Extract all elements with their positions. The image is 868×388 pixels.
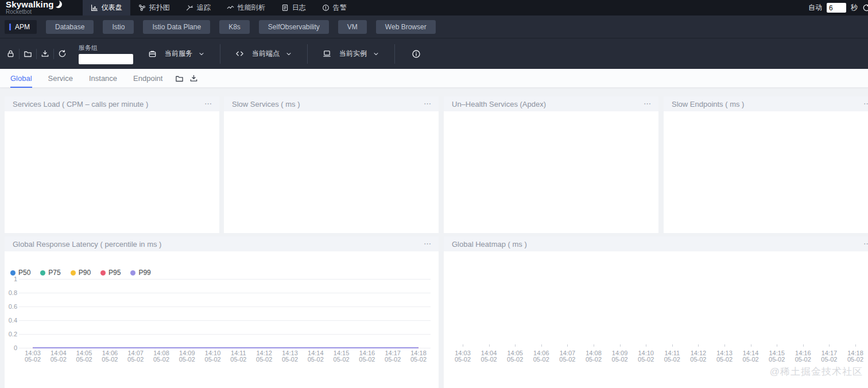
legend-label: P75	[48, 269, 60, 277]
workspace-tab-apm[interactable]: APM	[5, 20, 37, 34]
gridline	[19, 334, 431, 335]
workspace-tab-selfobservability[interactable]: SelfObservability	[259, 20, 329, 34]
top-navbar: Skywalking Rocketbot 仪表盘拓扑图追踪性能剖析日志告警 自动…	[0, 0, 868, 15]
dashboard-icon	[91, 4, 98, 11]
panel-title: Slow Services ( ms )	[232, 100, 300, 108]
folder-icon[interactable]	[20, 48, 36, 60]
panel-title: Slow Endpoints ( ms )	[672, 100, 744, 108]
legend-item-p99[interactable]: P99	[130, 269, 150, 277]
auto-refresh-controls: 自动 秒	[808, 3, 868, 13]
x-axis-tick-label: 14:0905-02	[175, 350, 200, 363]
refresh-icon[interactable]	[54, 48, 71, 60]
view-tab-service[interactable]: Service	[48, 69, 73, 88]
panel-menu-ellipsis-icon[interactable]: ⋯	[644, 101, 652, 107]
view-tab-endpoint[interactable]: Endpoint	[133, 69, 162, 88]
watermark: @稀土掘金技术社区	[770, 365, 863, 378]
auto-refresh-seconds-input[interactable]	[827, 3, 846, 13]
panel-slow-endpoints: Slow Endpoints ( ms )⋯	[664, 96, 868, 233]
skywalking-logo[interactable]: Skywalking Rocketbot	[6, 1, 62, 15]
panel-menu-ellipsis-icon[interactable]: ⋯	[863, 101, 868, 107]
info-icon[interactable]	[408, 45, 425, 63]
series-line-p99	[33, 347, 418, 348]
panel-menu-ellipsis-icon[interactable]: ⋯	[424, 241, 432, 247]
nav-item-alarm[interactable]: 告警	[314, 0, 355, 15]
panel-menu-ellipsis-icon[interactable]: ⋯	[863, 241, 868, 247]
chart-legend: P50P75P90P95P99	[10, 269, 151, 277]
selector-label: 当前实例	[339, 49, 367, 59]
panel-menu-ellipsis-icon[interactable]: ⋯	[424, 101, 432, 107]
lock-icon[interactable]	[2, 48, 19, 60]
nav-item-label: 拓扑图	[149, 3, 170, 13]
selector-service[interactable]: 当前服务	[148, 49, 205, 59]
panel-header: Global Heatmap ( ms )⋯	[444, 236, 868, 251]
nav-item-dashboard[interactable]: 仪表盘	[83, 0, 130, 15]
selector-instance[interactable]: 当前实例	[323, 49, 379, 59]
x-axis-tick-label: 14:1305-02	[277, 350, 303, 363]
heatmap-axis-tick	[855, 344, 856, 347]
heatmap-axis-tick	[724, 344, 725, 347]
instance-icon	[323, 49, 331, 58]
heatmap-axis-tick	[698, 344, 699, 347]
panel-header: Services Load ( CPM – calls per minute )…	[5, 96, 219, 111]
x-axis-tick-label: 14:0405-02	[46, 350, 71, 363]
trace-icon	[186, 4, 193, 11]
y-axis-tick-label: 0.6	[5, 303, 17, 310]
folder-icon[interactable]	[175, 74, 184, 83]
selector-label: 当前端点	[252, 49, 280, 59]
legend-dot	[10, 270, 16, 276]
legend-dot	[100, 270, 106, 276]
x-axis-tick-label: 14:1805-02	[843, 350, 868, 363]
skywalking-crescent-icon	[55, 1, 62, 8]
main-nav: 仪表盘拓扑图追踪性能剖析日志告警	[83, 0, 355, 15]
log-icon	[281, 4, 289, 11]
workspace-tab-istio[interactable]: Istio	[103, 20, 134, 34]
download-icon[interactable]	[37, 48, 53, 60]
logo-subtitle: Rocketbot	[6, 9, 62, 15]
nav-item-trace[interactable]: 追踪	[178, 0, 219, 15]
alarm-icon	[322, 4, 330, 11]
x-axis-tick-label: 14:0405-02	[476, 350, 502, 363]
x-axis-tick-label: 14:0805-02	[581, 350, 606, 363]
nav-item-profile[interactable]: 性能剖析	[219, 0, 273, 15]
workspace-tab-k8s[interactable]: K8s	[219, 20, 250, 34]
x-axis-tick-label: 14:1705-02	[816, 350, 842, 363]
workspace-tab-web-browser[interactable]: Web Browser	[376, 20, 436, 34]
panel-header: Un–Health Services (Apdex)⋯	[444, 96, 658, 111]
view-tab-global[interactable]: Global	[10, 69, 32, 88]
x-axis-tick-label: 14:0505-02	[502, 350, 528, 363]
x-axis-tick-label: 14:0905-02	[607, 350, 633, 363]
legend-item-p75[interactable]: P75	[40, 269, 60, 277]
service-group-input[interactable]	[79, 54, 133, 64]
x-axis-tick-label: 14:1005-02	[200, 350, 226, 363]
x-axis-tick-label: 14:0305-02	[450, 350, 475, 363]
workspace-tab-istio-data-plane[interactable]: Istio Data Plane	[143, 20, 210, 34]
y-axis-tick-label: 0	[5, 344, 17, 351]
legend-item-p90[interactable]: P90	[71, 269, 91, 277]
workspace-tab-label: K8s	[228, 23, 241, 31]
legend-label: P90	[79, 269, 91, 277]
heatmap-axis-tick	[567, 344, 568, 347]
refresh-icon[interactable]	[862, 3, 868, 13]
workspace-tab-vm[interactable]: VM	[338, 20, 367, 34]
dashboard-toolbar: 服务组 当前服务当前端点当前实例	[0, 38, 868, 69]
x-axis-tick-label: 14:0605-02	[529, 350, 554, 363]
legend-item-p95[interactable]: P95	[100, 269, 121, 277]
nav-item-topology[interactable]: 拓扑图	[130, 0, 178, 15]
selector-endpoint[interactable]: 当前端点	[235, 49, 292, 59]
heatmap-axis-tick	[515, 344, 516, 347]
download-icon[interactable]	[189, 74, 198, 83]
x-axis-tick-label: 14:0705-02	[123, 350, 148, 363]
selector-label: 当前服务	[165, 49, 192, 59]
active-tab-indicator	[9, 24, 11, 30]
nav-item-label: 追踪	[197, 3, 211, 13]
auto-label: 自动	[808, 3, 822, 13]
nav-item-log[interactable]: 日志	[273, 0, 314, 15]
workspace-tab-database[interactable]: Database	[46, 20, 94, 34]
y-axis-tick-label: 0.4	[5, 317, 17, 324]
panel-menu-ellipsis-icon[interactable]: ⋯	[204, 101, 212, 107]
seconds-label: 秒	[851, 3, 858, 13]
workspace-tab-label: VM	[347, 23, 358, 31]
view-tab-instance[interactable]: Instance	[89, 69, 117, 88]
y-axis-tick-label: 0.2	[5, 331, 17, 337]
nav-item-label: 日志	[292, 3, 306, 13]
